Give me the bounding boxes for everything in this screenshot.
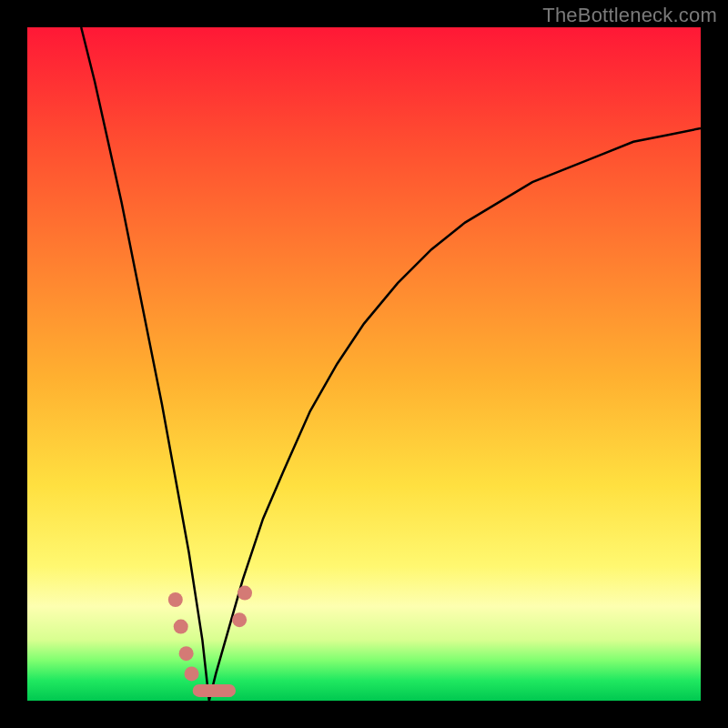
bottleneck-curve	[27, 27, 701, 701]
marker-dot	[174, 620, 188, 634]
marker-dot	[238, 586, 252, 601]
marker-dot	[179, 646, 194, 661]
marker-dot	[168, 592, 183, 607]
marker-dot	[232, 612, 247, 627]
marker-dot	[185, 666, 199, 681]
watermark-text: TheBottleneck.com	[542, 4, 717, 27]
plot-area	[27, 27, 701, 701]
